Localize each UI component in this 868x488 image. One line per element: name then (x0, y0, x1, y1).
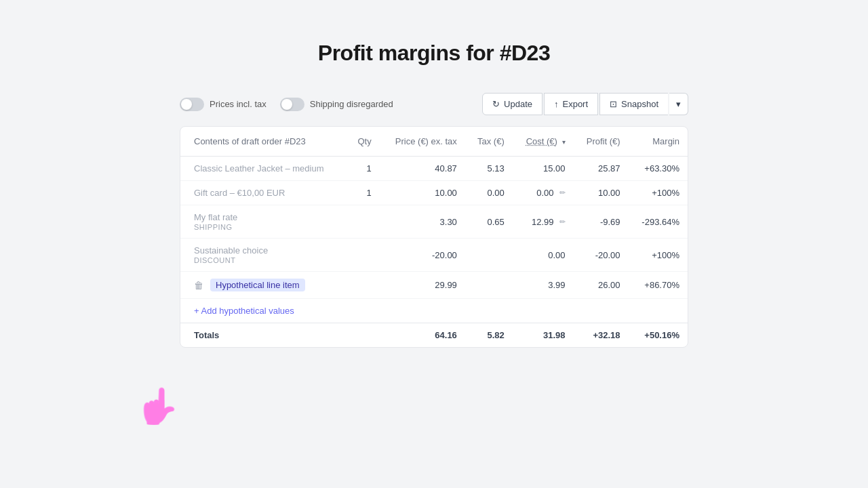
totals-margin: +50.16% (629, 323, 688, 348)
item-sub-label: SHIPPING (194, 223, 338, 231)
item-cost: 0.00 (513, 239, 574, 272)
item-profit: 10.00 (574, 181, 629, 205)
item-tax (465, 239, 513, 272)
item-tax: 0.65 (465, 205, 513, 239)
chevron-down-icon: ▾ (676, 99, 681, 109)
hypothetical-name-badge: Hypothetical line item (210, 279, 305, 291)
item-qty: 1 (347, 181, 380, 205)
update-button[interactable]: ↻ Update (482, 93, 542, 115)
toggles-group: Prices incl. tax Shipping disregarded (180, 98, 393, 111)
item-name: Sustainable choice (194, 245, 268, 256)
add-hypothetical-cell: + Add hypothetical values (180, 299, 688, 323)
col-header-margin: Margin (629, 127, 688, 157)
item-name: My flat rate (194, 212, 237, 222)
edit-cost-icon[interactable]: ✏ (559, 218, 566, 226)
totals-tax: 5.82 (465, 323, 513, 348)
col-header-tax: Tax (€) (465, 127, 513, 157)
totals-cost: 31.98 (513, 323, 574, 348)
hypothetical-price: 29.99 (380, 272, 465, 299)
col-header-item: Contents of draft order #D23 (180, 127, 347, 157)
hypothetical-row: 🗑 Hypothetical line item 29.99 3.99 26.0… (180, 272, 688, 299)
hypothetical-name-cell: 🗑 Hypothetical line item (180, 272, 347, 299)
totals-profit: +32.18 (574, 323, 629, 348)
item-qty: 1 (347, 157, 380, 181)
table-header-row: Contents of draft order #D23 Qty Price (… (180, 127, 688, 157)
prices-toggle-label: Prices incl. tax (210, 99, 267, 109)
item-price: 40.87 (380, 157, 465, 181)
hypothetical-tax (465, 272, 513, 299)
table-row: Gift card – €10,00 EUR 1 10.00 0.00 0.00… (180, 181, 688, 205)
item-price: 3.30 (380, 205, 465, 239)
item-qty (347, 239, 380, 272)
item-name-cell: Classic Leather Jacket – medium (180, 157, 347, 181)
hypothetical-cost: 3.99 (513, 272, 574, 299)
col-header-cost[interactable]: Cost (€) ▾ (513, 127, 574, 157)
item-margin: -293.64% (629, 205, 688, 239)
controls-row: Prices incl. tax Shipping disregarded ↻ … (180, 93, 688, 115)
item-cost: 15.00 (513, 157, 574, 181)
item-profit: -9.69 (574, 205, 629, 239)
sort-icon: ▾ (562, 138, 566, 146)
item-margin: +63.30% (629, 157, 688, 181)
col-header-profit: Profit (€) (574, 127, 629, 157)
edit-cost-icon[interactable]: ✏ (559, 188, 566, 197)
page-title: Profit margins for #D23 (318, 41, 550, 66)
item-cost: 12.99 ✏ (513, 205, 574, 239)
page-wrapper: Profit margins for #D23 Prices incl. tax… (0, 0, 868, 488)
item-profit: 25.87 (574, 157, 629, 181)
totals-price: 64.16 (380, 323, 465, 348)
item-price: -20.00 (380, 239, 465, 272)
shipping-toggle-item: Shipping disregarded (280, 98, 393, 111)
shipping-toggle-label: Shipping disregarded (310, 99, 393, 109)
item-margin: +100% (629, 239, 688, 272)
item-profit: -20.00 (574, 239, 629, 272)
add-hypothetical-row: + Add hypothetical values (180, 299, 688, 323)
add-hypothetical-link[interactable]: + Add hypothetical values (194, 306, 294, 316)
profit-table-container: Contents of draft order #D23 Qty Price (… (180, 126, 688, 348)
snapshot-icon: ⊡ (610, 99, 617, 109)
cursor-hand-decoration: 👆 (136, 386, 180, 427)
totals-row: Totals 64.16 5.82 31.98 +32.18 +50.16% (180, 323, 688, 348)
item-name-cell: My flat rate SHIPPING (180, 205, 347, 239)
item-tax: 5.13 (465, 157, 513, 181)
totals-label: Totals (180, 323, 347, 348)
item-name: Gift card – €10,00 EUR (194, 188, 285, 198)
export-button[interactable]: ↑ Export (544, 93, 598, 115)
col-header-price: Price (€) ex. tax (380, 127, 465, 157)
prices-toggle-item: Prices incl. tax (180, 98, 267, 111)
item-sub-label: DISCOUNT (194, 256, 338, 264)
actions-group: ↻ Update ↑ Export ⊡ Snapshot ▾ (482, 93, 688, 115)
item-name: Classic Leather Jacket – medium (194, 163, 323, 174)
col-header-qty: Qty (347, 127, 380, 157)
table-row: Classic Leather Jacket – medium 1 40.87 … (180, 157, 688, 181)
totals-qty (347, 323, 380, 348)
prices-toggle[interactable] (180, 98, 204, 111)
export-icon: ↑ (554, 99, 559, 109)
hypothetical-qty (347, 272, 380, 299)
profit-table: Contents of draft order #D23 Qty Price (… (180, 127, 688, 347)
snapshot-button[interactable]: ⊡ Snapshot (599, 93, 668, 115)
item-cost: 0.00 ✏ (513, 181, 574, 205)
item-price: 10.00 (380, 181, 465, 205)
item-margin: +100% (629, 181, 688, 205)
snapshot-dropdown-button[interactable]: ▾ (669, 93, 688, 115)
item-name-cell: Gift card – €10,00 EUR (180, 181, 347, 205)
item-qty (347, 205, 380, 239)
hypothetical-profit: 26.00 (574, 272, 629, 299)
hypothetical-margin: +86.70% (629, 272, 688, 299)
table-row: My flat rate SHIPPING 3.30 0.65 12.99 ✏ … (180, 205, 688, 239)
delete-hypothetical-icon[interactable]: 🗑 (194, 280, 203, 291)
item-tax: 0.00 (465, 181, 513, 205)
update-icon: ↻ (492, 99, 500, 109)
table-row: Sustainable choice DISCOUNT -20.00 0.00 … (180, 239, 688, 272)
shipping-toggle[interactable] (280, 98, 304, 111)
item-name-cell: Sustainable choice DISCOUNT (180, 239, 347, 272)
